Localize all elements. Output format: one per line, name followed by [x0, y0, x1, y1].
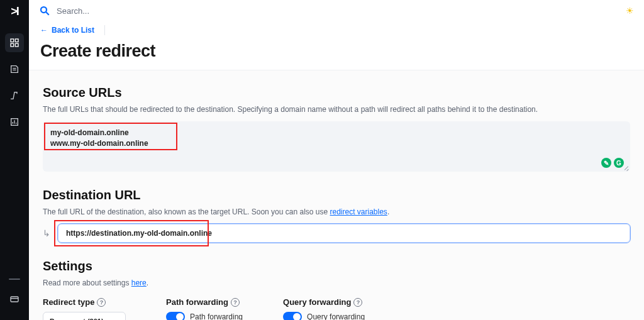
source-urls-value: my-old-domain.online www.my-old-domain.o… — [50, 128, 623, 150]
svg-point-6 — [41, 7, 47, 13]
arrow-left-icon: ← — [40, 26, 48, 35]
redirect-type-value: Permanent (301) — [50, 317, 104, 320]
nav-redirects-icon[interactable] — [5, 86, 24, 105]
back-label: Back to List — [52, 26, 94, 35]
svg-rect-3 — [15, 43, 18, 47]
corner-down-right-icon: ↳ — [43, 228, 52, 238]
search-input[interactable]: Search... — [39, 5, 89, 16]
path-forwarding-label: Path forwarding — [166, 297, 228, 307]
redirect-type-label: Redirect type — [43, 297, 94, 307]
help-icon[interactable]: ? — [231, 298, 240, 307]
divider — [104, 25, 105, 35]
topbar: Search... ☀ — [29, 0, 644, 21]
help-icon[interactable]: ? — [97, 298, 106, 307]
svg-rect-2 — [11, 43, 14, 47]
svg-rect-1 — [15, 39, 18, 42]
help-icon[interactable]: ? — [353, 298, 362, 307]
destination-url-input[interactable] — [58, 224, 630, 243]
nav-dashboard-icon[interactable] — [5, 33, 24, 52]
svg-rect-0 — [11, 39, 14, 42]
destination-url-hint: The full URL of the destination, also kn… — [43, 206, 630, 218]
destination-url-heading: Destination URL — [43, 188, 630, 202]
svg-rect-5 — [11, 297, 18, 302]
path-forwarding-toggle[interactable] — [166, 312, 185, 320]
theme-toggle-icon[interactable]: ☀ — [626, 6, 634, 16]
source-urls-heading: Source URLs — [43, 86, 630, 100]
source-urls-textarea[interactable]: my-old-domain.online www.my-old-domain.o… — [43, 121, 630, 172]
sidebar: >I — [0, 0, 29, 320]
brand-logo: >I — [11, 5, 18, 18]
settings-here-link[interactable]: here — [131, 279, 147, 287]
nav-billing-icon[interactable] — [5, 290, 24, 309]
query-forwarding-toggle-label: Query forwarding — [307, 312, 365, 320]
query-forwarding-label: Query forwarding — [283, 297, 351, 307]
resize-handle-icon[interactable] — [623, 164, 629, 170]
svg-line-7 — [46, 12, 49, 15]
query-forwarding-toggle[interactable] — [283, 312, 302, 320]
settings-hint: Read more about settings here. — [43, 277, 630, 289]
redirect-variables-link[interactable]: redirect variables — [330, 207, 387, 216]
search-placeholder: Search... — [57, 6, 89, 16]
chevron-down-icon: ⌄ — [114, 318, 119, 321]
path-forwarding-toggle-label: Path forwarding — [190, 312, 243, 320]
back-to-list-link[interactable]: ← Back to List — [40, 26, 94, 35]
grammar-badge-icon[interactable]: ✎ — [601, 158, 611, 168]
source-urls-hint: The full URLs that should be redirected … — [43, 104, 630, 115]
page-title: Create redirect — [29, 41, 644, 70]
nav-reports-icon[interactable] — [5, 113, 24, 131]
search-icon — [39, 5, 50, 16]
redirect-type-select[interactable]: Permanent (301) ⌄ — [43, 312, 126, 320]
sidebar-separator — [9, 279, 20, 280]
settings-heading: Settings — [43, 259, 630, 273]
nav-pages-icon[interactable] — [5, 60, 24, 79]
